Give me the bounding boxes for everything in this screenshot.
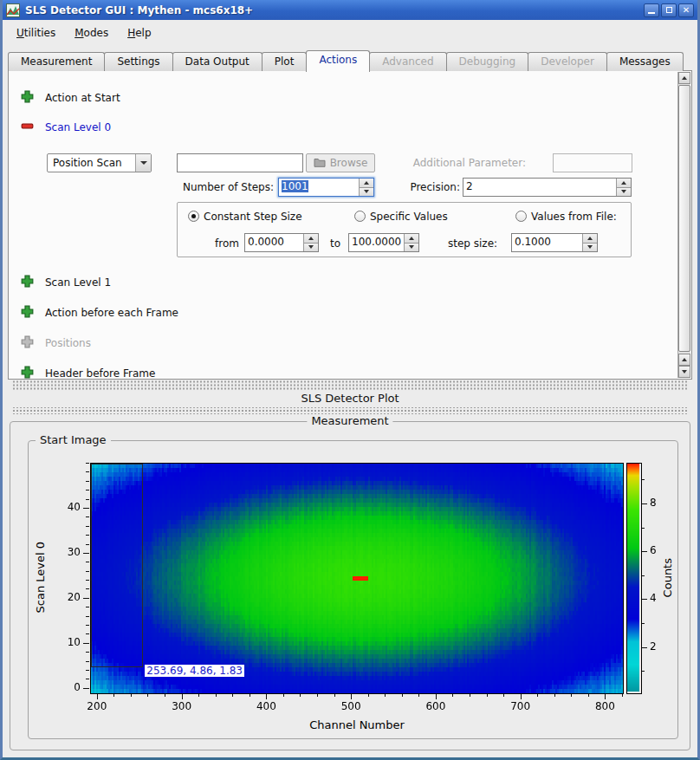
splitter-dots: [11, 380, 689, 391]
vertical-scrollbar[interactable]: [677, 72, 690, 378]
plus-icon: [21, 335, 34, 351]
tab-settings[interactable]: Settings: [104, 52, 172, 71]
y-axis-title: Scan Level 0: [34, 542, 47, 613]
spin-up-button[interactable]: [304, 234, 318, 243]
x-axis-title: Channel Number: [90, 718, 624, 731]
close-button[interactable]: ✕: [678, 3, 694, 17]
x-minor-tick: [334, 694, 335, 697]
radio-constant-step-size[interactable]: [188, 211, 199, 222]
action-before-frame-row[interactable]: Action before each Frame: [21, 306, 178, 320]
step-size-label: step size:: [448, 237, 497, 250]
scan-mode-combo[interactable]: Position Scan: [47, 153, 152, 172]
tab-actions[interactable]: Actions: [306, 50, 370, 72]
x-minor-tick: [605, 694, 606, 697]
plus-icon[interactable]: [21, 305, 34, 321]
scrollbar-thumb[interactable]: [678, 85, 690, 352]
scan-level-1-row[interactable]: Scan Level 1: [21, 276, 111, 289]
spin-up-button[interactable]: [360, 179, 373, 187]
to-value: 100.0000: [349, 234, 404, 251]
from-spinbox[interactable]: 0.0000: [244, 233, 319, 252]
x-tick: [521, 694, 522, 699]
plus-icon[interactable]: [21, 275, 34, 290]
y-tick-label: 30: [54, 546, 81, 559]
x-tick-label: 800: [587, 700, 622, 713]
y-minor-tick: [86, 471, 89, 472]
colorbar-canvas: [627, 464, 639, 692]
header-before-frame-row[interactable]: Header before Frame: [21, 367, 155, 380]
x-tick: [351, 694, 352, 699]
spin-down-button[interactable]: [405, 243, 418, 252]
titlebar[interactable]: SLS Detector GUI : Mythen - mcs6x18+ ✕: [3, 0, 697, 20]
colorbar-minor-tick: [642, 479, 645, 480]
menu-help[interactable]: Help: [119, 24, 159, 42]
colorbar-minor-tick: [642, 647, 645, 648]
action-at-start-row[interactable]: Action at Start: [21, 91, 120, 105]
action-label: Header before Frame: [45, 367, 155, 380]
colorbar-minor-tick: [642, 528, 645, 529]
x-minor-tick: [571, 694, 572, 697]
x-minor-tick: [487, 694, 488, 697]
chevron-down-icon[interactable]: [135, 154, 151, 172]
number-of-steps-spinbox[interactable]: 1001: [278, 178, 374, 197]
x-minor-tick: [250, 694, 250, 697]
tab-messages[interactable]: Messages: [606, 52, 684, 71]
minimize-button[interactable]: [644, 3, 659, 17]
spin-down-button[interactable]: [304, 243, 318, 252]
maximize-button[interactable]: [661, 3, 677, 17]
spin-up-button[interactable]: [405, 234, 418, 243]
x-minor-tick: [351, 694, 352, 697]
x-minor-tick: [452, 694, 453, 697]
x-tick-label: 400: [249, 700, 283, 713]
radio-specific-values-label: Specific Values: [370, 211, 448, 223]
tab-measurement[interactable]: Measurement: [8, 52, 105, 71]
radio-specific-values[interactable]: [354, 211, 366, 222]
heatmap-plot[interactable]: 253.69, 4.86, 1.83: [90, 463, 624, 694]
scroll-up-button-2[interactable]: [678, 354, 690, 366]
x-minor-tick: [554, 694, 555, 697]
plus-icon[interactable]: [21, 90, 34, 106]
y-minor-tick: [86, 598, 89, 599]
plot-dock-title: SLS Detector Plot: [3, 391, 697, 406]
scroll-up-button[interactable]: [678, 72, 690, 84]
x-minor-tick: [113, 694, 114, 697]
colorbar-minor-tick: [642, 503, 645, 504]
menu-utilities[interactable]: Utilities: [8, 24, 64, 42]
plot-dock-handle[interactable]: SLS Detector Plot: [3, 378, 697, 414]
scroll-down-button[interactable]: [678, 366, 690, 378]
x-minor-tick: [283, 694, 284, 697]
y-minor-tick: [86, 633, 89, 634]
scan-level-0-row[interactable]: Scan Level 0: [21, 120, 111, 134]
spin-up-button[interactable]: [583, 234, 597, 243]
y-minor-tick: [86, 562, 89, 562]
minus-icon[interactable]: [21, 120, 34, 135]
spin-down-button[interactable]: [360, 187, 373, 197]
to-spinbox[interactable]: 100.0000: [348, 233, 419, 252]
spin-down-button[interactable]: [617, 187, 631, 197]
x-minor-tick: [97, 694, 98, 697]
menu-modes[interactable]: Modes: [66, 24, 117, 42]
cursor-readout: 253.69, 4.86, 1.83: [145, 665, 244, 677]
tab-plot[interactable]: Plot: [262, 52, 308, 71]
radio-values-from-file[interactable]: [515, 211, 527, 222]
from-label: from: [215, 237, 239, 250]
heatmap-canvas[interactable]: [91, 464, 623, 693]
precision-spinbox[interactable]: 2: [463, 178, 632, 197]
y-tick-label: 10: [54, 636, 81, 649]
action-label: Action at Start: [45, 92, 120, 104]
step-size-spinbox[interactable]: 0.1000: [511, 233, 598, 252]
y-minor-tick: [86, 652, 89, 653]
y-minor-tick: [86, 490, 89, 490]
folder-icon: [314, 157, 326, 170]
tab-data-output[interactable]: Data Output: [172, 52, 262, 71]
x-minor-tick: [300, 694, 301, 697]
y-minor-tick: [86, 535, 89, 536]
spin-up-button[interactable]: [617, 179, 631, 187]
y-minor-tick: [86, 616, 89, 617]
colorbar: [626, 463, 642, 694]
plus-icon[interactable]: [21, 366, 34, 380]
x-minor-tick: [198, 694, 199, 697]
spin-down-button[interactable]: [583, 243, 597, 252]
x-tick-label: 300: [165, 700, 199, 713]
tab-advanced: Advanced: [369, 52, 446, 71]
scan-script-input[interactable]: [177, 153, 303, 172]
